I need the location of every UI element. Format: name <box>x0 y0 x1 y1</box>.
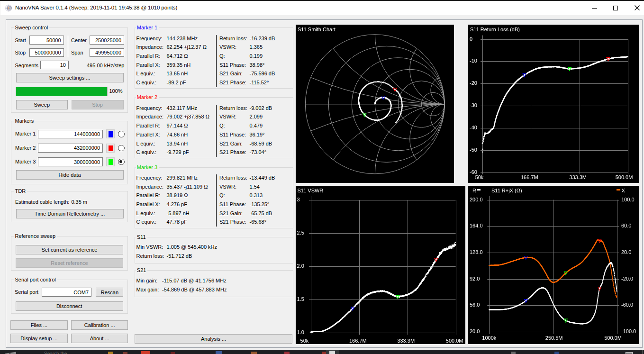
taskbar-active-app-tile[interactable] <box>326 350 339 354</box>
set-reference-button[interactable]: Set current as reference <box>16 245 123 254</box>
disconnect-button[interactable]: Disconnect <box>16 301 123 311</box>
tdr-button[interactable]: Time Domain Reflectometry ... <box>16 209 124 218</box>
marker-data-label: VSWR: <box>219 44 236 50</box>
y-axis-right-tick-label: 20.0 <box>621 249 631 255</box>
marker-frequency-input[interactable] <box>38 144 103 153</box>
legend-x-label: X <box>622 188 625 193</box>
taskbar-app-icon[interactable] <box>141 351 150 354</box>
calibration-button[interactable]: Calibration ... <box>71 320 128 330</box>
marker-data-label: Parallel R: <box>136 53 161 59</box>
marker-data-label: Frequency: <box>136 175 163 181</box>
marker-color-fill <box>109 159 112 165</box>
marker-data-value: -16.239 dB <box>250 36 275 41</box>
marker-color-swatch[interactable] <box>106 144 115 153</box>
close-button[interactable] <box>624 1 644 15</box>
taskbar-app-icon[interactable] <box>251 352 257 354</box>
hide-data-button[interactable]: Hide data <box>16 170 124 180</box>
maximize-icon <box>613 6 618 10</box>
taskbar[interactable]: Search the <box>0 350 644 354</box>
marker-data-value: 36.19° <box>250 132 265 137</box>
taskbar-app-icon[interactable] <box>108 352 113 354</box>
segments-label: Segments <box>15 63 39 68</box>
step-size-text: 495.00 kHz/step <box>87 63 124 68</box>
cable-length-label: Estimated cable length: <box>15 199 69 205</box>
sweep-divider <box>68 36 68 58</box>
marker-radio-button[interactable] <box>118 131 125 137</box>
y-axis-tick-label: 2.0 <box>297 263 304 269</box>
marker-data-title: Marker 1 <box>136 24 159 31</box>
files-button[interactable]: Files ... <box>10 320 67 330</box>
smith-chart[interactable]: S11 Smith Chart <box>296 25 454 183</box>
about-button[interactable]: About ... <box>71 334 128 343</box>
marker-data-value: 97.144 Ω <box>167 123 188 128</box>
y-axis-tick-label: -20 <box>470 80 477 86</box>
marker-data-value: 64.712 Ω <box>167 53 188 59</box>
marker-data-value: 47.78 pF <box>167 219 187 225</box>
marker-color-swatch[interactable] <box>106 157 115 166</box>
marker-data-label: Q: <box>219 123 225 128</box>
y-axis-tick-label: -30 <box>470 102 477 108</box>
marker-data-value: 1.54 <box>250 184 260 190</box>
marker-data-label: S21 Phase: <box>219 80 246 85</box>
s11-info-value: 1.005 @ 545.400 kHz <box>167 244 218 250</box>
marker-radio-button[interactable] <box>118 159 125 165</box>
marker-data-value: -73.04° <box>250 149 267 155</box>
stop-button[interactable]: Stop <box>72 100 124 109</box>
maximize-button[interactable] <box>602 1 624 15</box>
s21-info-label: Min gain: <box>136 278 158 283</box>
display-setup-button[interactable]: Display setup ... <box>10 334 67 343</box>
segments-input[interactable] <box>40 61 69 70</box>
s11-info-label: Return loss: <box>136 253 164 259</box>
marker-data-value: -9.002 dB <box>250 105 272 111</box>
marker-data-title: Marker 2 <box>136 94 159 101</box>
rjx-chart[interactable]: S11 R+jX (Ω)200.0164.0128.092.056.020.01… <box>468 186 639 345</box>
tray-icon[interactable] <box>626 352 633 354</box>
marker-color-fill <box>109 145 112 152</box>
marker-data-value: 62.254 +j12.37 Ω <box>167 44 207 50</box>
marker-frequency-input[interactable] <box>38 157 103 166</box>
taskbar-search-text[interactable]: Search the <box>44 351 80 354</box>
start-frequency-input[interactable] <box>29 36 64 45</box>
sweep-settings-button[interactable]: Sweep settings ... <box>16 73 124 83</box>
x-axis-tick-label: 333.3M <box>569 174 587 180</box>
taskbar-app-icon[interactable] <box>216 351 222 354</box>
y-axis-tick-label: 3 <box>297 197 300 202</box>
taskbar-app-icon[interactable] <box>284 352 290 354</box>
marker-data-value: 79.002 +j37.858 Ω <box>167 114 210 119</box>
marker-data-value: -89.2 pF <box>167 80 186 85</box>
return-loss-chart[interactable]: S11 Return Loss (dB)0-10-20-30-40-50-605… <box>468 25 639 183</box>
marker-data-value: 35.437 -j11.109 Ω <box>167 184 208 190</box>
rjx-chart-canvas <box>468 186 639 345</box>
taskbar-app-icon[interactable] <box>123 352 127 354</box>
legend-r-label: R <box>472 188 476 193</box>
sweep-button[interactable]: Sweep <box>16 100 68 109</box>
marker-data-value: 38.98° <box>250 62 265 68</box>
marker-color-swatch[interactable] <box>106 129 115 138</box>
analysis-button[interactable]: Analysis ... <box>135 334 293 344</box>
minimize-button[interactable] <box>581 1 602 15</box>
marker-data-value: -75.596 dB <box>250 71 275 76</box>
taskbar-app-icon[interactable] <box>171 352 175 354</box>
marker-data-value: 359.35 nH <box>167 62 191 68</box>
tray-icon[interactable] <box>511 352 516 354</box>
serial-port-input[interactable] <box>42 288 91 297</box>
reset-reference-button[interactable]: Reset reference <box>16 258 123 268</box>
marker-data-value: -5.897 nH <box>167 210 190 216</box>
span-frequency-input[interactable] <box>90 48 124 57</box>
rescan-button[interactable]: Rescan <box>96 288 123 297</box>
center-frequency-input[interactable] <box>90 36 124 45</box>
tray-icon[interactable] <box>554 352 559 354</box>
marker-frequency-input[interactable] <box>38 130 103 139</box>
marker-color-fill <box>109 131 112 137</box>
y-axis-right-tick-label: -20.0 <box>621 276 633 281</box>
marker-data-label: S11 Phase: <box>219 62 246 68</box>
marker-data-label: VSWR: <box>219 114 236 119</box>
marker-data-label: Parallel X: <box>136 201 160 207</box>
windows-logo-icon[interactable] <box>5 350 17 354</box>
marker-radio-button[interactable] <box>118 145 125 152</box>
s11-info-label: Min VSWR: <box>136 244 163 250</box>
stop-frequency-input[interactable] <box>29 48 64 57</box>
vswr-chart[interactable]: S11 VSWR32.52.01.51.050k166.7M333.3M500.… <box>296 186 466 345</box>
y-axis-tick-label: -50 <box>470 147 477 153</box>
legend-x-dash <box>617 189 620 191</box>
